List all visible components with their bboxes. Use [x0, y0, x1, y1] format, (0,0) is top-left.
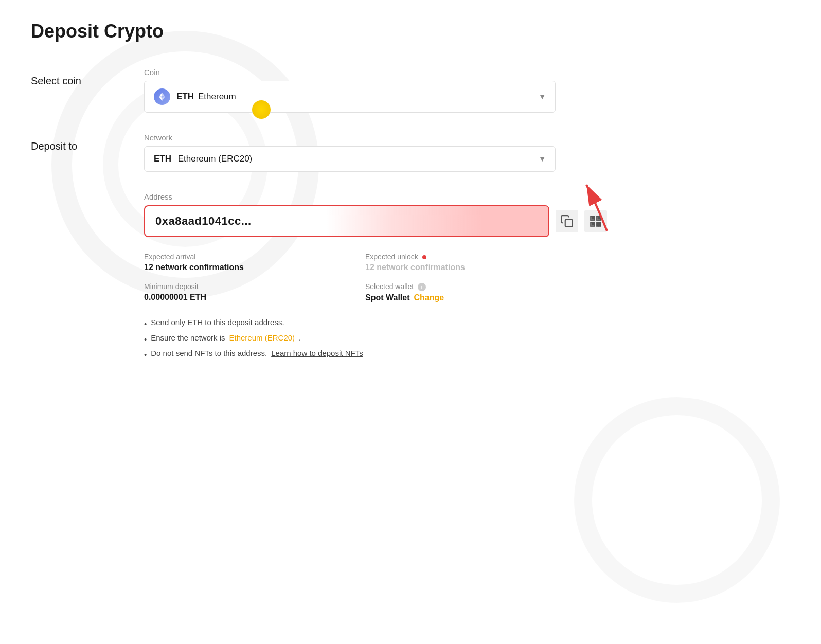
coin-name: Ethereum	[198, 92, 236, 102]
svg-rect-12	[592, 223, 593, 225]
minimum-deposit-value: 0.00000001 ETH	[144, 293, 334, 302]
network-dropdown-arrow: ▼	[539, 155, 546, 163]
copy-icon	[560, 214, 574, 228]
qr-code-icon	[589, 214, 602, 228]
expected-arrival-item: Expected arrival 12 network confirmation…	[144, 253, 334, 272]
svg-rect-15	[599, 222, 601, 224]
svg-rect-14	[597, 222, 598, 224]
deposit-to-label: Deposit to	[31, 133, 144, 152]
eth-coin-icon	[154, 88, 170, 105]
expected-unlock-item: Expected unlock 12 network confirmations	[365, 253, 556, 272]
deposit-nfts-link[interactable]: Learn how to deposit NFTs	[271, 349, 363, 357]
notes-section: • Send only ETH to this deposit address.…	[144, 318, 556, 359]
network-select[interactable]: ETH Ethereum (ERC20) ▼	[144, 146, 556, 172]
note-bullet-1: •	[144, 319, 147, 328]
address-row: 0xa8aad1041cc...	[144, 205, 607, 237]
selected-wallet-value-row: Spot Wallet Change	[365, 293, 556, 302]
address-label: Address	[144, 192, 607, 201]
note-bullet-2: •	[144, 335, 147, 344]
coin-dropdown-arrow: ▼	[539, 93, 546, 101]
network-full-name: Ethereum (ERC20)	[178, 154, 253, 164]
note-text-3-prefix: Do not send NFTs to this address.	[151, 349, 267, 357]
page-title: Deposit Crypto	[31, 21, 790, 42]
network-symbol: ETH	[154, 154, 171, 164]
selected-wallet-item: Selected wallet i Spot Wallet Change	[365, 282, 556, 302]
expected-arrival-label: Expected arrival	[144, 253, 334, 261]
address-section: Address 0xa8aad1041cc...	[144, 192, 607, 237]
note-item-1: • Send only ETH to this deposit address.	[144, 318, 556, 328]
svg-rect-17	[599, 225, 601, 226]
svg-rect-6	[565, 220, 573, 227]
minimum-deposit-label: Minimum deposit	[144, 282, 334, 291]
wallet-name: Spot Wallet	[365, 293, 410, 302]
select-coin-label: Select coin	[31, 68, 144, 87]
page-wrapper: Deposit Crypto Select coin Coin	[0, 0, 821, 644]
address-box[interactable]: 0xa8aad1041cc...	[144, 205, 549, 237]
selected-wallet-label: Selected wallet i	[365, 282, 556, 291]
address-value: 0xa8aad1041cc...	[155, 214, 252, 227]
svg-rect-16	[597, 225, 598, 226]
wallet-info-icon[interactable]: i	[418, 283, 426, 291]
watermark-bottom	[574, 397, 780, 603]
deposit-to-row: Deposit to Network ETH Ethereum (ERC20) …	[31, 133, 790, 172]
note-text-2-prefix: Ensure the network is	[151, 333, 225, 342]
select-coin-row: Select coin Coin ETH	[31, 68, 790, 113]
copy-button[interactable]	[556, 210, 578, 232]
network-fields: Network ETH Ethereum (ERC20) ▼	[144, 133, 556, 172]
expected-unlock-label: Expected unlock	[365, 253, 556, 261]
network-field-label: Network	[144, 133, 556, 142]
minimum-deposit-item: Minimum deposit 0.00000001 ETH	[144, 282, 334, 302]
note-text-2-suffix: .	[299, 333, 301, 342]
info-grid: Expected arrival 12 network confirmation…	[144, 253, 556, 302]
expected-unlock-value: 12 network confirmations	[365, 263, 556, 272]
svg-rect-10	[592, 217, 593, 219]
coin-select[interactable]: ETH Ethereum ▼	[144, 81, 556, 113]
note-text-2-highlight: Ethereum (ERC20)	[229, 333, 295, 342]
note-bullet-3: •	[144, 350, 147, 359]
svg-rect-11	[598, 217, 599, 219]
coin-symbol: ETH	[176, 92, 194, 102]
address-blur	[327, 206, 548, 236]
unlock-status-dot	[422, 255, 426, 259]
coin-fields: Coin ETH Ethereum ▼	[144, 68, 556, 113]
note-item-3: • Do not send NFTs to this address. Lear…	[144, 349, 556, 359]
note-item-2: • Ensure the network is Ethereum (ERC20)…	[144, 333, 556, 344]
form-layout: Select coin Coin ETH	[31, 68, 790, 192]
change-wallet-link[interactable]: Change	[414, 293, 444, 302]
coin-field-label: Coin	[144, 68, 556, 77]
qr-code-button[interactable]	[584, 210, 607, 232]
expected-arrival-value: 12 network confirmations	[144, 263, 334, 272]
note-text-1: Send only ETH to this deposit address.	[151, 318, 284, 327]
